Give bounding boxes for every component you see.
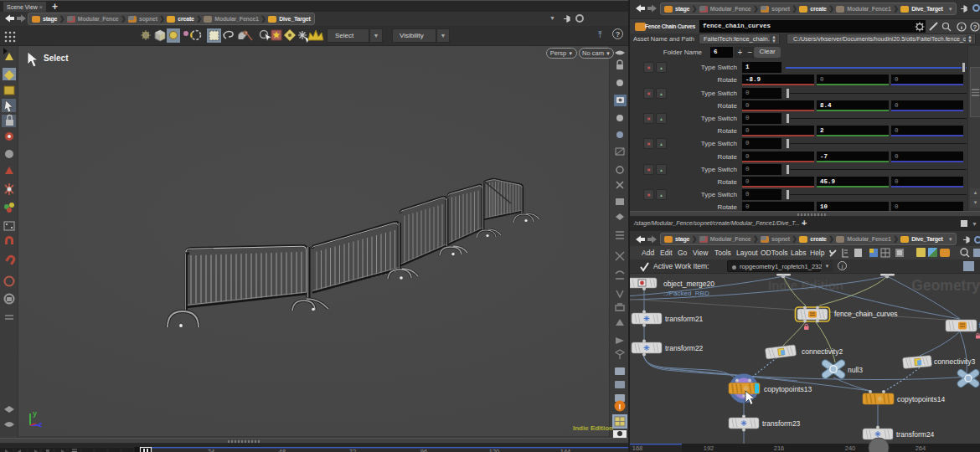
svg-text:!: ! bbox=[619, 403, 622, 411]
svg-text:144: 144 bbox=[560, 448, 571, 452]
svg-text:connectivity2: connectivity2 bbox=[802, 347, 843, 356]
svg-text:fence_chain_curves: fence_chain_curves bbox=[834, 310, 898, 318]
svg-text:transform22: transform22 bbox=[665, 344, 704, 352]
svg-text:Geometry: Geometry bbox=[911, 277, 980, 294]
svg-text:96: 96 bbox=[420, 448, 427, 452]
svg-text:../Packed_RBD: ../Packed_RBD bbox=[663, 290, 709, 297]
svg-text:?: ? bbox=[973, 23, 977, 31]
svg-text:copytopoints13: copytopoints13 bbox=[764, 385, 812, 393]
svg-text:connectivity3: connectivity3 bbox=[934, 357, 975, 366]
svg-text:120: 120 bbox=[489, 448, 500, 452]
svg-text:object_merge20: object_merge20 bbox=[663, 280, 714, 288]
svg-text:y: y bbox=[33, 409, 37, 418]
svg-text:264: 264 bbox=[916, 444, 926, 452]
svg-text:72: 72 bbox=[349, 448, 356, 452]
svg-text:transform21: transform21 bbox=[665, 315, 704, 323]
svg-text:192: 192 bbox=[704, 444, 714, 452]
svg-text:168: 168 bbox=[632, 444, 643, 452]
svg-text:null3: null3 bbox=[848, 366, 863, 374]
svg-text:transform23: transform23 bbox=[762, 419, 801, 428]
svg-text:216: 216 bbox=[774, 444, 785, 452]
svg-text:copytopoints14: copytopoints14 bbox=[897, 395, 945, 403]
svg-text:transform24: transform24 bbox=[896, 430, 935, 439]
svg-text:48: 48 bbox=[279, 448, 286, 452]
svg-text:240: 240 bbox=[845, 444, 856, 452]
svg-text:z: z bbox=[39, 420, 43, 429]
svg-text:24: 24 bbox=[208, 448, 214, 452]
